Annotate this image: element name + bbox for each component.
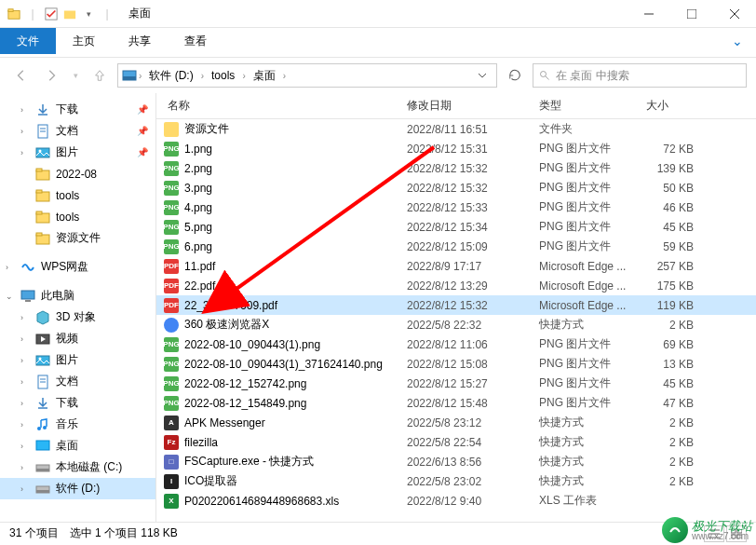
file-name: 2022-08-10_090443(1).png: [184, 338, 320, 351]
breadcrumb-seg-0[interactable]: 软件 (D:): [143, 68, 198, 84]
png-icon: PNG: [164, 376, 179, 391]
sidebar-item[interactable]: ›3D 对象: [0, 307, 155, 328]
sidebar-item[interactable]: 资源文件: [0, 227, 155, 249]
file-row[interactable]: AAPK Messenger2022/5/8 23:12快捷方式2 KB: [156, 413, 756, 432]
col-name[interactable]: 名称: [156, 98, 396, 114]
file-name: 2022-08-12_154849.png: [184, 397, 306, 410]
file-row[interactable]: PDF11.pdf2022/8/9 17:17Microsoft Edge ..…: [156, 256, 756, 276]
ribbon-tab-share[interactable]: 共享: [112, 28, 168, 54]
chevron-right-icon[interactable]: ›: [201, 71, 204, 81]
drive-icon: [122, 68, 137, 83]
col-type[interactable]: 类型: [528, 98, 635, 114]
chevron-right-icon[interactable]: ›: [242, 71, 245, 81]
expand-icon[interactable]: ›: [20, 127, 32, 136]
expand-icon[interactable]: ⌄: [6, 292, 17, 301]
expand-icon[interactable]: ›: [20, 399, 32, 408]
breadcrumb-seg-1[interactable]: tools: [206, 69, 240, 82]
help-icon[interactable]: ⌄: [732, 34, 756, 48]
file-row[interactable]: PNG2022-08-10_090443(1).png2022/8/12 11:…: [156, 334, 756, 354]
file-type: PNG 图片文件: [528, 141, 635, 157]
status-bar: 31 个项目 选中 1 个项目 118 KB: [0, 522, 756, 544]
close-button[interactable]: [713, 0, 756, 28]
expand-icon[interactable]: ›: [20, 105, 32, 115]
col-size[interactable]: 大小: [635, 98, 705, 114]
sidebar-item[interactable]: ›下载: [0, 392, 155, 414]
sidebar-item[interactable]: ⌄此电脑: [0, 285, 155, 307]
sidebar-item[interactable]: ›图片: [0, 349, 155, 371]
file-row[interactable]: PNG2022-08-12_154849.png2022/8/12 15:48P…: [156, 393, 756, 413]
sidebar-item[interactable]: ›本地磁盘 (C:): [0, 456, 155, 478]
file-row[interactable]: Fzfilezilla2022/5/8 22:54快捷方式2 KB: [156, 432, 756, 452]
sidebar-item[interactable]: tools: [0, 206, 155, 227]
file-date: 2022/8/12 15:34: [396, 221, 528, 234]
file-row[interactable]: PNG2022-08-12_152742.png2022/8/12 15:27P…: [156, 374, 756, 393]
breadcrumb-dropdown-button[interactable]: [472, 64, 493, 87]
expand-icon[interactable]: ›: [6, 263, 17, 272]
file-row[interactable]: PDF22.pdf2022/8/12 13:29Microsoft Edge .…: [156, 276, 756, 295]
chevron-right-icon[interactable]: ›: [283, 71, 286, 81]
file-list[interactable]: 资源文件2022/8/11 16:51文件夹PNG1.png2022/8/12 …: [156, 119, 756, 522]
file-type: 快捷方式: [528, 473, 635, 489]
file-row[interactable]: IICO提取器2022/5/8 23:02快捷方式2 KB: [156, 471, 756, 491]
expand-icon[interactable]: ›: [20, 377, 32, 387]
file-row[interactable]: PNG2022-08-10_090443(1)_371624140.png202…: [156, 354, 756, 374]
file-row[interactable]: PDF22_373077609.pdf2022/8/12 15:32Micros…: [156, 295, 756, 315]
recent-dropdown-button[interactable]: ▾: [69, 63, 82, 88]
file-row[interactable]: PNG2.png2022/8/12 15:32PNG 图片文件139 KB: [156, 158, 756, 178]
expand-icon[interactable]: ›: [20, 484, 32, 494]
file-row[interactable]: 资源文件2022/8/11 16:51文件夹: [156, 119, 756, 139]
maximize-button[interactable]: [670, 0, 713, 28]
sidebar-item[interactable]: tools: [0, 184, 155, 206]
sidebar-item[interactable]: 2022-08: [0, 163, 155, 184]
chevron-right-icon[interactable]: ›: [139, 71, 142, 81]
sidebar-item-label: 资源文件: [56, 230, 101, 246]
file-date: 2022/8/12 15:27: [396, 377, 528, 390]
png-icon: PNG: [164, 142, 179, 157]
expand-icon[interactable]: ›: [20, 313, 32, 322]
search-input[interactable]: 在 桌面 中搜索: [533, 63, 747, 88]
ribbon-tab-file[interactable]: 文件: [0, 28, 56, 54]
expand-icon[interactable]: ›: [20, 442, 32, 451]
sidebar-item[interactable]: ›视频: [0, 328, 155, 349]
exe-icon: □: [164, 455, 179, 470]
expand-icon[interactable]: ›: [20, 463, 32, 472]
breadcrumb[interactable]: › 软件 (D:) › tools › 桌面 ›: [117, 63, 497, 88]
refresh-button[interactable]: [503, 64, 527, 87]
sidebar-item-label: WPS网盘: [41, 259, 88, 275]
file-row[interactable]: XP020220614689448968683.xls2022/8/12 9:4…: [156, 491, 756, 511]
expand-icon[interactable]: ›: [20, 420, 32, 429]
ribbon-tab-view[interactable]: 查看: [168, 28, 223, 54]
sidebar-item[interactable]: ›WPS网盘: [0, 256, 155, 278]
qat-dropdown-icon[interactable]: ▾: [80, 6, 97, 22]
svg-point-36: [43, 426, 47, 429]
col-date[interactable]: 修改日期: [396, 98, 528, 114]
file-row[interactable]: PNG3.png2022/8/12 15:32PNG 图片文件50 KB: [156, 178, 756, 198]
minimize-button[interactable]: [628, 0, 670, 28]
file-row[interactable]: □FSCapture.exe - 快捷方式2022/6/13 8:56快捷方式2…: [156, 452, 756, 471]
sidebar-item-label: 桌面: [56, 438, 78, 454]
expand-icon[interactable]: ›: [20, 148, 32, 157]
forward-button[interactable]: [39, 63, 63, 88]
expand-icon[interactable]: ›: [20, 356, 32, 365]
file-row[interactable]: PNG5.png2022/8/12 15:34PNG 图片文件45 KB: [156, 217, 756, 237]
up-button[interactable]: [88, 63, 112, 88]
sidebar-item[interactable]: ›文档: [0, 371, 155, 392]
sidebar-item[interactable]: ›文档📌: [0, 120, 155, 142]
search-placeholder: 在 桌面 中搜索: [556, 68, 629, 84]
watermark-logo-icon: [662, 517, 688, 543]
file-size: 2 KB: [635, 416, 705, 429]
file-row[interactable]: PNG6.png2022/8/12 15:09PNG 图片文件59 KB: [156, 237, 756, 256]
sidebar-item[interactable]: ›下载📌: [0, 99, 155, 120]
expand-icon[interactable]: ›: [20, 334, 32, 344]
file-row[interactable]: 360 极速浏览器X2022/5/8 22:32快捷方式2 KB: [156, 315, 756, 334]
sidebar-item[interactable]: ›音乐: [0, 414, 155, 435]
check-icon[interactable]: [43, 6, 60, 22]
sidebar-item[interactable]: ›图片📌: [0, 142, 155, 163]
file-row[interactable]: PNG1.png2022/8/12 15:31PNG 图片文件72 KB: [156, 139, 756, 158]
back-button[interactable]: [9, 63, 34, 88]
ribbon-tab-home[interactable]: 主页: [56, 28, 112, 54]
breadcrumb-seg-2[interactable]: 桌面: [248, 68, 281, 84]
file-row[interactable]: PNG4.png2022/8/12 15:33PNG 图片文件46 KB: [156, 198, 756, 217]
sidebar-item[interactable]: ›软件 (D:): [0, 478, 155, 499]
sidebar-item[interactable]: ›桌面: [0, 435, 155, 456]
